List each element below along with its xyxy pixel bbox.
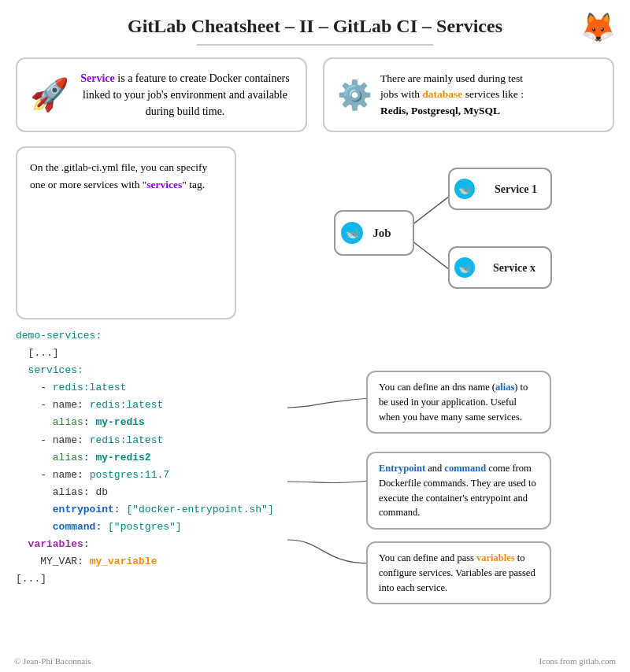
code-line-6: alias: my-redis — [16, 414, 284, 431]
code-line-14: MY_VAR: my_variable — [16, 553, 284, 570]
code-line-1: demo-services: — [16, 327, 284, 345]
svg-text:🐋: 🐋 — [458, 261, 472, 275]
page-title: GitLab Cheatsheet – II – GitLab CI – Ser… — [0, 0, 630, 41]
code-line-12: command: ["postgres"] — [16, 519, 284, 536]
service-keyword: Service — [80, 72, 115, 84]
code-line-5: - name: redis:latest — [16, 397, 284, 414]
annotations-area: You can define an dns name (alias) to be… — [276, 327, 614, 626]
code-line-7: - name: redis:latest — [16, 432, 284, 449]
code-line-9: - name: postgres:11.7 — [16, 467, 284, 484]
fox-logo: 🦊 — [580, 11, 616, 44]
code-line-13: variables: — [16, 536, 284, 553]
service-description-text: Service is a feature to create Docker co… — [77, 70, 293, 120]
title-divider — [197, 44, 433, 46]
code-line-11: entrypoint: ["docker-entrypoint.sh"] — [16, 501, 284, 519]
footer-left: © Jean-Phi Baconnais — [14, 656, 91, 666]
footer-right: Icons from gitlab.com — [539, 656, 616, 666]
alias-annotation-box: You can define an dns name (alias) to be… — [366, 371, 551, 434]
services-tag-text: On the .gitlab-ci.yml file, you can spec… — [30, 159, 222, 193]
svg-text:Service x: Service x — [493, 262, 536, 274]
gear-icon: ⚙️ — [337, 79, 372, 112]
database-info-box: ⚙️ There are mainly used during test job… — [323, 57, 614, 132]
svg-text:Job: Job — [372, 227, 391, 239]
code-block: demo-services: [...] services: - redis:l… — [16, 327, 284, 588]
variables-annotation-box: You can define and pass variables to con… — [366, 541, 551, 604]
code-line-8: alias: my-redis2 — [16, 449, 284, 467]
svg-text:🐋: 🐋 — [346, 227, 360, 240]
code-line-2: [...] — [16, 345, 284, 362]
code-line-10: alias: db — [16, 484, 284, 501]
services-tag-box: On the .gitlab-ci.yml file, you can spec… — [16, 146, 236, 319]
code-line-3: services: — [16, 362, 284, 379]
code-line-15: [...] — [16, 570, 284, 588]
rocket-icon: 🚀 — [30, 76, 69, 113]
database-info-text: There are mainly used during test jobs w… — [380, 71, 524, 119]
code-line-4: - redis:latest — [16, 379, 284, 397]
entrypoint-annotation-box: Entrypoint and command come from Dockerf… — [366, 452, 551, 530]
service-description-box: 🚀 Service is a feature to create Docker … — [16, 57, 307, 132]
diagram-svg: 🐋 Job 🐋 Service 1 🐋 Service x — [244, 146, 614, 319]
svg-text:🐋: 🐋 — [458, 183, 472, 196]
job-diagram: 🐋 Job 🐋 Service 1 🐋 Service x — [244, 146, 614, 319]
svg-text:Service 1: Service 1 — [495, 183, 537, 195]
